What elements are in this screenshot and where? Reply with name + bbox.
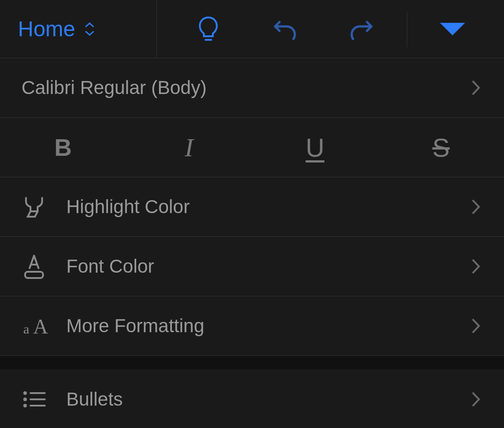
chevron-updown-icon — [84, 22, 95, 36]
chevron-right-icon — [469, 317, 482, 335]
redo-icon — [349, 17, 374, 42]
svg-text:A: A — [33, 315, 48, 337]
text-format-row: B I U S — [0, 118, 504, 177]
chevron-right-icon — [469, 198, 482, 216]
collapse-ribbon-button[interactable] — [421, 23, 484, 35]
more-formatting-icon: a A — [22, 315, 50, 337]
toolbar: Home — [0, 0, 504, 58]
highlight-color-label: Highlight Color — [66, 196, 469, 218]
toolbar-actions — [157, 11, 504, 47]
bold-button[interactable]: B — [0, 118, 126, 177]
bullets-icon — [22, 389, 47, 410]
undo-icon — [272, 17, 297, 42]
italic-icon: I — [185, 133, 193, 163]
italic-button[interactable]: I — [126, 118, 252, 177]
font-color-label: Font Color — [66, 256, 469, 277]
hint-button[interactable] — [177, 16, 240, 43]
more-formatting-label: More Formatting — [66, 315, 469, 337]
bullets-label: Bullets — [66, 389, 469, 410]
bullets-row[interactable]: Bullets — [0, 369, 504, 428]
toolbar-divider — [407, 11, 407, 47]
svg-point-9 — [24, 405, 26, 407]
font-color-row[interactable]: Font Color — [0, 237, 504, 296]
chevron-right-icon — [469, 257, 482, 275]
more-formatting-row[interactable]: a A More Formatting — [0, 296, 504, 356]
triangle-down-icon — [440, 23, 465, 35]
svg-rect-2 — [25, 272, 43, 278]
svg-text:a: a — [23, 321, 29, 336]
strikethrough-button[interactable]: S — [378, 118, 504, 177]
highlight-color-row[interactable]: Highlight Color — [0, 177, 504, 237]
highlighter-icon — [22, 194, 47, 219]
section-spacer — [0, 356, 504, 369]
tab-selector[interactable]: Home — [0, 0, 157, 58]
bold-icon: B — [54, 133, 72, 161]
undo-button[interactable] — [254, 17, 316, 42]
redo-button[interactable] — [330, 17, 393, 42]
active-tab-label: Home — [18, 17, 75, 41]
font-selector-row[interactable]: Calibri Regular (Body) — [0, 58, 504, 118]
svg-point-5 — [24, 392, 26, 394]
chevron-right-icon — [469, 79, 482, 97]
strikethrough-icon: S — [432, 133, 450, 163]
font-name-label: Calibri Regular (Body) — [22, 77, 469, 98]
underline-icon: U — [306, 133, 324, 163]
svg-point-7 — [24, 398, 26, 400]
lightbulb-icon — [197, 16, 220, 43]
font-color-icon — [22, 252, 47, 281]
chevron-right-icon — [469, 390, 482, 408]
underline-button[interactable]: U — [252, 118, 378, 177]
